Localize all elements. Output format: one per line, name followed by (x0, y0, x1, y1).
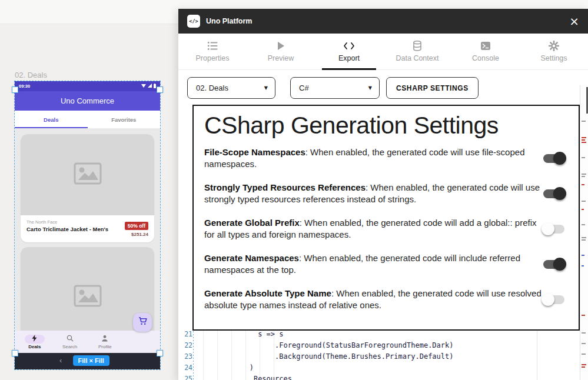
code-line: 24 ) (178, 362, 580, 373)
product-price: $251.24 (125, 232, 148, 237)
image-placeholder-icon (74, 285, 102, 309)
tab-properties[interactable]: Properties (178, 34, 247, 69)
tab-preview[interactable]: Preview (247, 34, 315, 69)
code-logo-icon: </> (187, 15, 200, 28)
chevron-down-icon: ▼ (368, 85, 372, 91)
language-select-value: C# (299, 84, 309, 92)
tab-label: Export (338, 54, 360, 62)
code-editor[interactable]: 21 s => s 22 .Foreground(StatusBarForegr… (178, 328, 580, 380)
line-number: 22 (178, 341, 192, 349)
profile-icon (101, 334, 108, 344)
line-number: 24 (178, 364, 192, 372)
product-card[interactable]: The North Face Carto Triclimate Jacket -… (21, 134, 154, 242)
phone-status-bar: 09:30 (15, 81, 160, 91)
phone-tab-deals[interactable]: Deals (15, 111, 88, 128)
tab-settings[interactable]: Settings (520, 34, 588, 69)
nav-item-search[interactable]: Search (52, 335, 88, 349)
tab-export[interactable]: Export (315, 34, 383, 69)
designer-size-bar: ‹ Fill × Fill (15, 353, 160, 369)
code-line: 22 .Foreground(StatusBarForegroundTheme.… (178, 339, 580, 351)
window-title: Uno Platform (206, 17, 252, 25)
setting-text: Generate Namespaces: When enabled, the g… (204, 252, 543, 276)
code-line: 25 Resources (178, 373, 580, 380)
line-number: 25 (178, 375, 192, 380)
selection-handle[interactable] (12, 350, 18, 356)
toggle-generate-namespaces[interactable] (543, 260, 564, 269)
setting-row: Strongly Typed Resources References: Whe… (204, 182, 568, 205)
tab-data-context[interactable]: Data Context (383, 34, 451, 69)
tab-label: Console (472, 54, 499, 62)
cart-fab-button[interactable] (133, 313, 152, 332)
nav-label: Profile (98, 344, 112, 349)
line-number: 23 (178, 352, 192, 361)
modal-title: CSharp Generation Settings (204, 112, 568, 139)
toggle-knob (553, 258, 566, 271)
page-select-value: 02. Deals (196, 84, 228, 92)
play-icon (277, 41, 285, 51)
image-placeholder-icon (74, 162, 102, 187)
tab-label: Properties (196, 54, 230, 62)
product-name: Carto Triclimate Jacket - Men's (26, 226, 108, 232)
code-text: .Foreground(StatusBarForegroundTheme.Dar… (192, 341, 453, 349)
product-brand: The North Face (26, 219, 108, 225)
toggle-strongly-typed-resources[interactable] (543, 189, 564, 198)
setting-text: Generate Global Prefix: When enabled, th… (204, 217, 543, 241)
phone-tab-bar: Deals Favorites (15, 111, 160, 129)
code-minimap[interactable] (580, 85, 588, 380)
phone-bottom-nav: Deals Search Profile (15, 331, 160, 353)
phone-preview: 09:30 Uno Commerce Deals Favorites (15, 81, 160, 369)
cart-icon (138, 317, 147, 328)
language-select[interactable]: C# ▼ (290, 77, 380, 99)
toggle-knob (542, 293, 554, 306)
search-icon (67, 334, 74, 344)
toggle-generate-global-prefix[interactable] (543, 225, 564, 234)
tab-console[interactable]: Console (451, 34, 520, 69)
page-select[interactable]: 02. Deals ▼ (187, 77, 275, 99)
toggle-file-scope-namespaces[interactable] (543, 154, 564, 163)
code-text: ) (192, 364, 254, 372)
setting-row: Generate Absolute Type Name: When enable… (204, 288, 568, 311)
setting-text: File-Scope Namespaces: When enabled, the… (204, 146, 543, 170)
setting-text: Generate Absolute Type Name: When enable… (204, 288, 543, 311)
nav-item-deals[interactable]: Deals (17, 335, 52, 349)
toggle-knob (542, 222, 554, 235)
setting-row: Generate Global Prefix: When enabled, th… (204, 217, 568, 241)
setting-text: Strongly Typed Resources References: Whe… (204, 182, 543, 205)
toggle-knob (553, 152, 566, 165)
properties-icon (207, 41, 218, 51)
window-title-bar: </> Uno Platform × (178, 9, 588, 34)
setting-row: File-Scope Namespaces: When enabled, the… (204, 146, 568, 170)
nav-label: Search (62, 344, 77, 349)
csharp-settings-button[interactable]: CSHARP SETTINGS (386, 77, 479, 99)
close-icon[interactable]: × (569, 15, 579, 27)
panel-tab-strip: Properties Preview Export Data Context C… (178, 34, 588, 70)
toggle-generate-absolute-type-name[interactable] (543, 295, 564, 304)
selection-handle[interactable] (12, 86, 18, 93)
export-controls: 02. Deals ▼ C# ▼ CSHARP SETTINGS (187, 77, 479, 99)
code-text: s => s (192, 330, 284, 338)
line-number: 21 (178, 330, 192, 338)
discount-badge: 50% off (125, 222, 148, 230)
chevron-down-icon: ▼ (264, 85, 268, 91)
selection-handle[interactable] (157, 350, 163, 356)
size-chip[interactable]: Fill × Fill (73, 355, 109, 366)
database-icon (413, 41, 422, 51)
uno-platform-window: </> Uno Platform × Properties Preview Ex… (178, 9, 588, 380)
code-brackets-icon (343, 41, 355, 51)
code-text: .Background(Theme.Brushes.Primary.Defaul… (192, 352, 453, 361)
wifi-icon (141, 84, 146, 89)
selection-handle[interactable] (157, 86, 163, 93)
toggle-knob (553, 187, 566, 200)
phone-tab-indicator (15, 127, 88, 128)
nav-item-profile[interactable]: Profile (88, 335, 123, 349)
gear-icon (549, 41, 559, 51)
editor-divider (537, 331, 537, 380)
phone-tab-favorites[interactable]: Favorites (88, 111, 161, 128)
phone-app-bar: Uno Commerce (15, 91, 160, 111)
battery-icon (154, 84, 156, 89)
signal-icon (148, 84, 152, 89)
lightning-icon (32, 334, 37, 344)
tab-label: Preview (268, 54, 294, 62)
phone-artboard-selection[interactable]: 09:30 Uno Commerce Deals Favorites (15, 81, 160, 369)
back-chevron-icon[interactable]: ‹ (59, 356, 62, 364)
